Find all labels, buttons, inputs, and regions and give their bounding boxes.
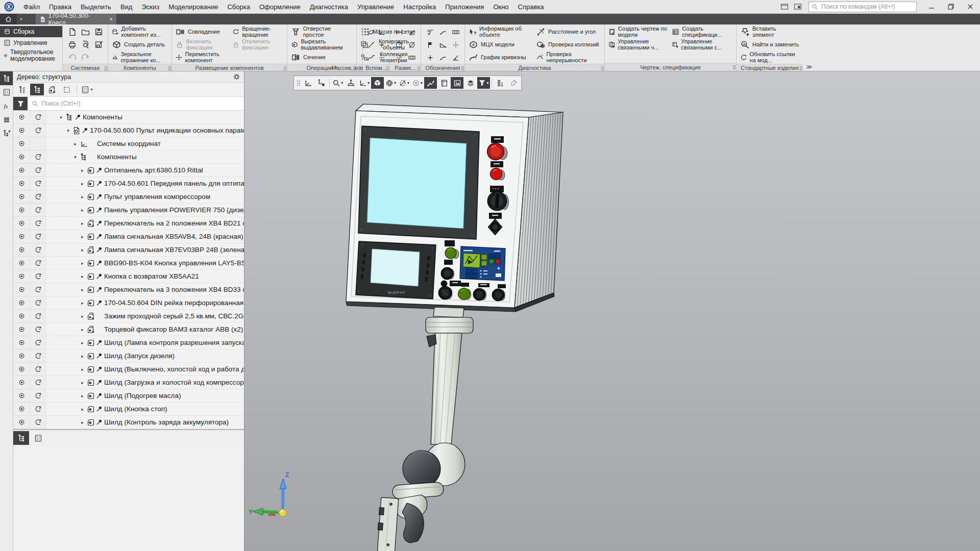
centerline-button[interactable] (376, 52, 388, 64)
menu-item[interactable]: Настройка (399, 3, 440, 11)
radial-dim-button[interactable] (393, 39, 405, 51)
zoom-icon[interactable]: ▾ (331, 77, 344, 89)
fixation-icon[interactable] (30, 217, 46, 230)
ribbon-button[interactable]: Отверстие простое (290, 26, 354, 38)
variables-fx-icon[interactable] (0, 99, 13, 113)
expand-arrow[interactable]: ▸ (80, 354, 85, 359)
visibility-eye-icon[interactable] (13, 151, 30, 164)
ribbon-mode-tab[interactable]: Управление (0, 37, 62, 48)
image-icon[interactable] (451, 77, 463, 89)
tree-row[interactable]: ▾ 170-04.50.600 Пульт индикации основных… (13, 124, 244, 137)
tree-item-label[interactable]: Шилд (Контроль заряда аккумулятора) (104, 418, 229, 426)
notebook-icon[interactable] (437, 77, 450, 89)
expand-arrow[interactable]: ▸ (80, 340, 85, 345)
tree-row[interactable]: ▸ Пульт управления компрессором (13, 190, 244, 204)
fixation-icon[interactable] (30, 243, 46, 257)
visibility-eye-icon[interactable] (13, 124, 30, 137)
tree-item-label[interactable]: Шилд (Запуск дизеля) (104, 352, 175, 360)
gear-icon[interactable] (233, 73, 240, 81)
fixation-icon[interactable] (30, 190, 46, 204)
tree-item-label[interactable]: Лампа сигнальная XB5AVB4, 24В (красная) … (104, 233, 244, 240)
frame-dim-button[interactable] (406, 52, 418, 64)
display-options-icon[interactable]: ▾ (80, 84, 94, 95)
tab-parameters-icon[interactable] (30, 431, 46, 445)
ribbon-button[interactable]: Переместить компонент (175, 51, 231, 64)
expand-arrow[interactable]: ▸ (80, 314, 85, 319)
menu-item[interactable]: Файл (19, 3, 44, 11)
tree-row[interactable]: ▸ Лампа сигнальная XB5AVB4, 24В (красная… (13, 230, 244, 243)
tree-row[interactable]: ▸ Шилд (Контроль заряда аккумулятора) (13, 416, 244, 429)
menu-item[interactable]: Приложения (440, 3, 488, 11)
tree-structure-view-icon[interactable] (30, 84, 44, 95)
measure-icon[interactable] (494, 77, 506, 89)
slope-button[interactable] (437, 39, 449, 51)
document-tab[interactable]: 170-04.50.300-Кресл... × (36, 14, 116, 24)
expand-arrow[interactable]: ▸ (80, 407, 85, 412)
ribbon-button[interactable]: Отключить фиксацию (231, 38, 284, 51)
menu-item[interactable]: Справка (513, 3, 549, 11)
point-button[interactable] (376, 39, 388, 51)
expand-arrow[interactable]: ▸ (80, 221, 85, 226)
ribbon-button[interactable]: Сечение (290, 51, 354, 64)
selection-marquee-icon[interactable] (60, 84, 74, 95)
redo-button[interactable] (79, 52, 91, 64)
fixation-icon[interactable] (30, 151, 46, 164)
visibility-eye-icon[interactable] (13, 230, 30, 243)
tree-item-label[interactable]: Оптипанель арт.6380.510 Rittal (104, 166, 203, 174)
windows-layout-icon[interactable] (778, 2, 791, 12)
visibility-eye-icon[interactable] (13, 376, 30, 389)
tree-row[interactable]: ▾ Компоненты (13, 111, 244, 124)
tree-item-label[interactable]: Системы координат (97, 140, 161, 147)
pick-icon[interactable] (507, 77, 520, 89)
visibility-eye-icon[interactable] (13, 190, 30, 204)
tree-item-label[interactable]: Лампа сигнальная XB7EV03BP 24В (зеленая)… (104, 246, 244, 254)
expand-arrow[interactable]: ▸ (72, 141, 78, 146)
ribbon-button[interactable]: Проверка коллизий (535, 38, 602, 51)
menu-item[interactable]: Эскиз (137, 3, 164, 11)
expand-arrow[interactable]: ▸ (80, 234, 85, 239)
preview-button[interactable] (79, 39, 91, 51)
tree-item-label[interactable]: Компоненты (83, 113, 122, 121)
layers-icon[interactable] (464, 77, 477, 89)
tree-row[interactable]: ▸ 170-04.50.601 Передняя панель для опти… (13, 177, 244, 190)
centerline-note-button[interactable] (450, 39, 462, 51)
visibility-eye-icon[interactable] (13, 310, 30, 323)
ribbon-button[interactable]: Управление связанными ч... (607, 38, 670, 51)
fixation-icon[interactable] (30, 111, 46, 124)
ribbon-button[interactable]: Найти и заменить (739, 38, 800, 51)
tree-row[interactable]: ▸ Зажим проходной серый 2,5 кв.мм, СВС.2… (13, 310, 244, 323)
command-search[interactable] (808, 2, 917, 12)
csys-icon[interactable] (302, 77, 314, 89)
fixation-icon[interactable] (30, 270, 46, 283)
tree-item-label[interactable]: 170-04.50.601 Передняя панель для оптипа… (104, 180, 244, 187)
expand-arrow[interactable]: ▸ (80, 247, 85, 253)
ribbon-button[interactable]: Проверка непрерывности (535, 51, 602, 64)
visibility-eye-icon[interactable] (13, 403, 30, 416)
centerline-dim-button[interactable] (393, 52, 405, 64)
wireframe-icon[interactable]: ▾ (384, 77, 397, 89)
windows-settings-icon[interactable] (791, 2, 804, 12)
menu-item[interactable]: Вид (116, 3, 137, 11)
expand-arrow[interactable]: ▸ (80, 380, 85, 385)
fixation-icon[interactable] (30, 376, 46, 389)
tree-row[interactable]: ▸ Кнопка с возвратом XB5AA21 (13, 270, 244, 283)
save-as-button[interactable] (92, 39, 105, 51)
ribbon-button[interactable]: МЦХ модели (468, 38, 534, 51)
visibility-eye-icon[interactable] (13, 349, 30, 363)
ribbon-button[interactable]: Совпадение (175, 26, 231, 38)
roughness-button[interactable] (424, 26, 436, 38)
menu-item[interactable]: Окно (488, 3, 513, 11)
placement-icon[interactable] (315, 77, 328, 89)
visibility-eye-icon[interactable] (13, 283, 30, 296)
ribbon-collapse-chevron[interactable]: ≫ (806, 63, 815, 71)
restore-button[interactable] (941, 0, 961, 14)
tree-row[interactable]: ▸ Переключатель на 3 положения XB4 BD33 … (13, 283, 244, 296)
visibility-eye-icon[interactable] (13, 217, 30, 230)
ribbon-mode-tab[interactable]: Сборка (0, 26, 62, 37)
visibility-eye-icon[interactable] (13, 389, 30, 403)
expand-arrow[interactable]: ▸ (80, 393, 85, 398)
tree-row[interactable]: ▸ Шилд (Подогрев масла) (13, 389, 244, 403)
visibility-eye-icon[interactable] (13, 111, 30, 124)
ribbon-mode-tab[interactable]: Твердотельное моделирование (0, 48, 62, 63)
close-button[interactable] (961, 0, 980, 14)
